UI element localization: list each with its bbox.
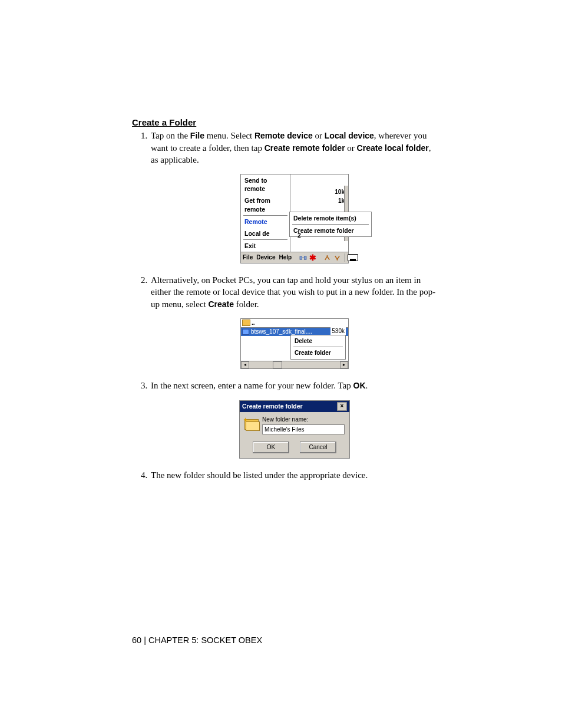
dialog-close-button[interactable]: × [337, 402, 347, 411]
menu-exit[interactable]: Exit [241, 240, 290, 252]
horizontal-scrollbar[interactable]: ◄ ► [241, 361, 348, 368]
toolbar-file[interactable]: File [242, 253, 253, 262]
keyboard-icon[interactable] [348, 254, 358, 261]
svg-point-2 [327, 255, 328, 256]
step2-post: folder. [234, 299, 259, 309]
step3-post: . [366, 381, 368, 390]
step1-m1: menu. Select [204, 131, 254, 140]
figure-1: Send to remote Get from remote Remote Lo… [240, 174, 349, 263]
step1-m4: or [345, 143, 357, 153]
scroll-thumb[interactable] [273, 361, 282, 368]
connect-up-icon[interactable] [323, 254, 331, 262]
step-2: Alternatively, on Pocket PCs, you can ta… [150, 274, 438, 369]
step4-text: The new folder should be listed under th… [151, 470, 368, 480]
step3-pre: In the next screen, enter a name for you… [151, 381, 353, 390]
connect-down-icon[interactable] [333, 254, 341, 262]
step-3: In the next screen, enter a name for you… [150, 380, 438, 459]
step3-b1: OK [353, 381, 366, 390]
step1-m2: or [313, 131, 325, 140]
scroll-right-arrow-icon[interactable]: ► [340, 361, 348, 368]
toolbar-help[interactable]: Help [278, 253, 292, 262]
menu-get-from-remote[interactable]: Get from remote [241, 195, 290, 215]
bottom-toolbar: File Device Help ✱ [241, 252, 348, 263]
svg-rect-1 [304, 256, 306, 259]
menu-remote-device[interactable]: Remote [241, 216, 290, 228]
context-menu: Delete Create folder [290, 335, 346, 360]
folder-up-label: .. [252, 319, 255, 327]
scroll-left-arrow-icon[interactable]: ◄ [241, 361, 249, 368]
step1-text: Tap on the [151, 131, 190, 140]
dialog-title: Create remote folder [242, 402, 303, 410]
filesize-10k: 10k [335, 187, 345, 196]
disconnect-icon[interactable]: ✱ [309, 254, 316, 262]
submenu-create-remote-folder[interactable]: Create remote folder [290, 225, 371, 236]
section-heading: Create a Folder [132, 117, 438, 129]
folder-up-icon[interactable] [242, 319, 250, 326]
page-footer: 60 | CHAPTER 5: SOCKET OBEX [132, 635, 262, 647]
step-4: The new folder should be listed under th… [150, 469, 438, 481]
dialog-title-bar: Create remote folder × [240, 401, 349, 412]
new-folder-name-label: New folder name: [262, 416, 345, 424]
figure-3-dialog: Create remote folder × ✦ New folder name… [239, 400, 350, 459]
svg-rect-0 [300, 256, 302, 259]
step2-pre: Alternatively, on Pocket PCs, you can ta… [151, 275, 435, 309]
file-icon [242, 329, 249, 335]
figure-2: .. btsws_107_sdk_final.... 530k Delete C… [240, 318, 349, 369]
step-1: Tap on the File menu. Select Remote devi… [150, 130, 438, 263]
submenu-delete-remote-items[interactable]: Delete remote item(s) [290, 212, 371, 224]
selected-file-size: 530k [330, 327, 346, 335]
menu-local-device[interactable]: Local de [241, 228, 290, 239]
step1-b1: File [190, 131, 204, 140]
submenu-remote: Delete remote item(s) Create remote fold… [289, 212, 372, 237]
page-count-indicator: 2 [297, 231, 301, 239]
toolbar-device[interactable]: Device [256, 253, 276, 262]
filesize-1k: 1k [335, 196, 345, 205]
step1-b4: Create remote folder [265, 143, 345, 153]
transfer-icon[interactable] [299, 254, 307, 262]
step1-b3: Local device [325, 131, 374, 140]
step2-b1: Create [208, 299, 234, 309]
ctx-create-folder[interactable]: Create folder [291, 347, 345, 359]
svg-point-3 [337, 259, 338, 261]
ok-button[interactable]: OK [253, 442, 289, 453]
ctx-delete[interactable]: Delete [291, 335, 345, 347]
step1-b5: Create local folder [357, 143, 429, 153]
cancel-button[interactable]: Cancel [300, 442, 336, 453]
step1-b2: Remote device [254, 131, 313, 140]
new-folder-name-input[interactable] [262, 424, 345, 434]
menu-send-to-remote[interactable]: Send to remote [241, 174, 290, 195]
new-folder-icon: ✦ [244, 417, 259, 431]
